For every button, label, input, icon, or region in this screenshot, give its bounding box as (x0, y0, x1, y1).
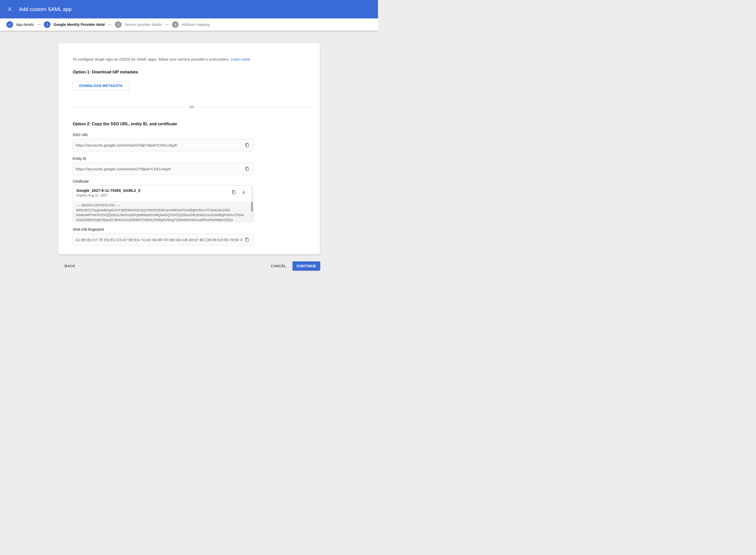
footer-actions: BACK CANCEL CONTINUE (0, 261, 378, 270)
certificate-line: b2dsZSBGb3IgV29yazELMAkGA1UEBhMCVVMxEzAR… (76, 217, 248, 222)
step-attribute-mapping[interactable]: 4 Attribute mapping (172, 21, 210, 28)
back-button[interactable]: BACK (61, 261, 79, 270)
intro-sentence: To configure single sign-on (SSO) for SA… (73, 57, 230, 61)
stepper: App details 2 Google Identity Provider d… (0, 18, 378, 31)
fingerprint-field: A1:B5:B1:07:7E:ED:E1:D3:A7:6E:EA:74:AC:B… (73, 233, 253, 246)
sso-url-value: https://accounts.google.com/o/saml2/idp?… (76, 143, 177, 147)
check-icon (8, 23, 11, 26)
content-card: To configure single sign-on (SSO) for SA… (58, 43, 320, 254)
option2-heading: Option 2: Copy the SSO URL, entity ID, a… (73, 121, 311, 127)
entity-id-field: https://accounts.google.com/o/saml2?idpi… (73, 163, 253, 175)
entity-id-value: https://accounts.google.com/o/saml2?idpi… (76, 167, 171, 171)
option1-heading: Option 1: Download IdP metadata (73, 69, 311, 75)
step-service-provider-details[interactable]: 3 Service provider details (115, 21, 162, 28)
step-google-idp-details[interactable]: 2 Google Identity Provider details (44, 21, 105, 28)
copy-icon[interactable] (244, 166, 250, 172)
or-divider: OR (73, 105, 311, 109)
step-separator (108, 24, 112, 25)
certificate-line: MIIDdDCCAlygAwIBAgIGAYKSjRZiMA0GCSqGSIb3… (76, 208, 248, 213)
close-icon[interactable] (7, 6, 13, 12)
sso-url-field: https://accounts.google.com/o/saml2/idp?… (73, 139, 253, 151)
step-4-circle: 4 (172, 21, 178, 28)
divider-line (73, 107, 186, 107)
certificate-name: Google_2027-8-11-75455_SAML2_0 (76, 188, 230, 193)
certificate-line: -----BEGIN CERTIFICATE----- (76, 203, 248, 208)
certificate-line: bmMuMRYwFAYDVQQHEw1Nb3VudGFpbiBWaWV3MQ8w… (76, 213, 248, 217)
certificate-header: Google_2027-8-11-75455_SAML2_0 Expires A… (73, 185, 253, 201)
divider-line (198, 107, 311, 107)
step-separator (165, 24, 169, 25)
dialog-header: Add custom SAML app (0, 0, 378, 18)
copy-icon[interactable] (244, 237, 250, 243)
dialog-title: Add custom SAML app (19, 6, 72, 12)
continue-button[interactable]: CONTINUE (292, 261, 320, 270)
step-3-circle: 3 (115, 21, 122, 28)
step-app-details[interactable]: App details (6, 21, 34, 28)
entity-id-label: Entity ID (73, 157, 311, 161)
step-1-circle (6, 21, 13, 28)
download-metadata-button[interactable]: DOWNLOAD METADATA (73, 81, 129, 90)
main-area: To configure single sign-on (SSO) for SA… (0, 43, 378, 270)
add-custom-saml-app-dialog: Add custom SAML app App details 2 Google… (0, 0, 378, 278)
or-label: OR (186, 105, 198, 109)
certificate-card: Google_2027-8-11-75455_SAML2_0 Expires A… (73, 185, 253, 222)
step-1-label: App details (16, 23, 34, 27)
fingerprint-value: A1:B5:B1:07:7E:ED:E1:D3:A7:6E:EA:74:AC:B… (76, 238, 242, 242)
step-2-circle: 2 (44, 21, 50, 28)
step-separator (37, 24, 41, 25)
sso-url-label: SSO URL (73, 133, 311, 137)
certificate-label: Certificate (73, 179, 311, 183)
learn-more-link[interactable]: Learn more (231, 57, 250, 61)
certificate-expiry: Expires Aug 11, 2027 (76, 194, 230, 198)
certificate-scrollbar-thumb[interactable] (251, 202, 253, 212)
copy-icon[interactable] (231, 189, 237, 196)
step-2-label: Google Identity Provider details (53, 23, 105, 27)
step-4-label: Attribute mapping (182, 23, 210, 27)
copy-icon[interactable] (244, 142, 250, 148)
certificate-body: -----BEGIN CERTIFICATE----- MIIDdDCCAlyg… (73, 201, 253, 222)
intro-text: To configure single sign-on (SSO) for SA… (73, 57, 311, 62)
download-icon[interactable] (241, 189, 247, 196)
fingerprint-label: SHA-256 fingerprint (73, 227, 311, 231)
cancel-button[interactable]: CANCEL (267, 261, 290, 270)
step-3-label: Service provider details (125, 23, 162, 27)
